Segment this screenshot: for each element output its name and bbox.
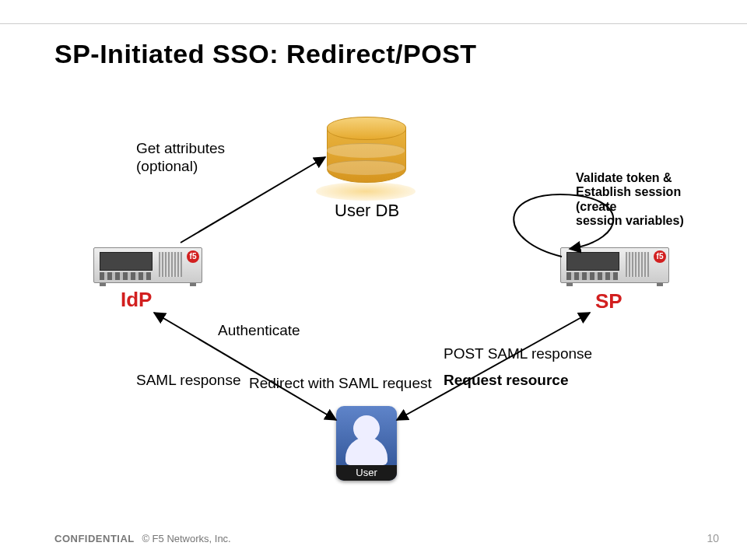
label-post-saml-response: POST SAML response xyxy=(444,345,592,363)
footer: CONFIDENTIAL © F5 Networks, Inc. xyxy=(54,533,231,544)
label-saml-response: SAML response xyxy=(136,372,240,390)
label-get-attributes: Get attributes (optional) xyxy=(136,140,225,176)
label-validate-token: Validate token & Establish session (crea… xyxy=(576,171,716,229)
arrow-user-sp xyxy=(397,313,590,420)
arrows-layer xyxy=(0,0,747,560)
footer-copyright: © F5 Networks, Inc. xyxy=(142,533,230,544)
label-redirect-request: Redirect with SAML request xyxy=(249,375,432,393)
page-number: 10 xyxy=(707,532,719,544)
label-request-resource: Request resource xyxy=(444,372,569,390)
footer-confidential: CONFIDENTIAL xyxy=(54,533,135,544)
slide: SP-Initiated SSO: Redirect/POST User DB … xyxy=(0,0,747,560)
label-authenticate: Authenticate xyxy=(218,322,300,340)
